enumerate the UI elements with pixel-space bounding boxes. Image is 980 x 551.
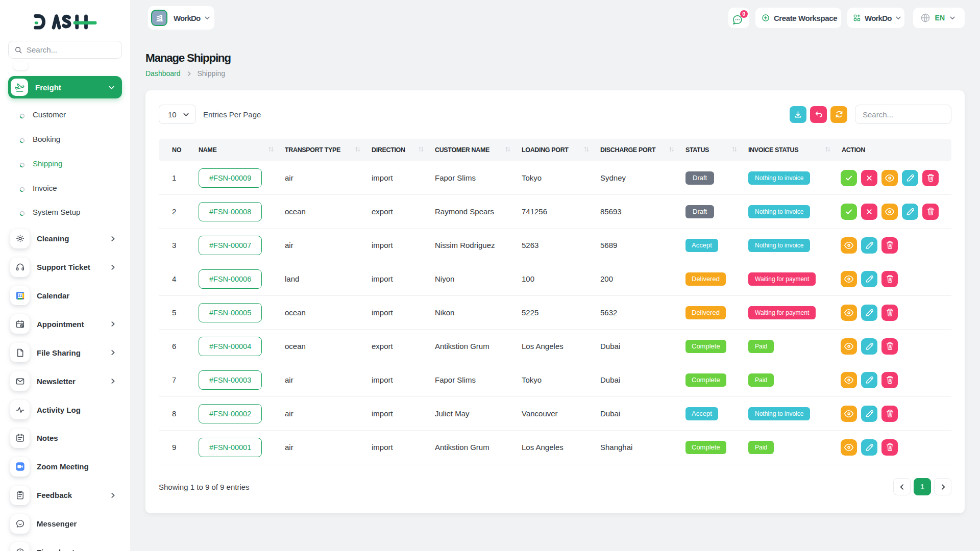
edit-button[interactable] [902, 170, 918, 186]
delete-button[interactable] [881, 406, 898, 422]
sidebar-subitem-invoice[interactable]: Invoice [8, 176, 122, 200]
shipment-name-button[interactable]: #FSN-00005 [199, 303, 262, 322]
shipping-table: NONAMETRANSPORT TYPEDIRECTIONCUSTOMER NA… [159, 139, 951, 464]
cell-direction: import [358, 229, 422, 262]
edit-button[interactable] [902, 204, 918, 220]
edit-button[interactable] [861, 237, 877, 254]
sidebar-item-freight[interactable]: Freight [8, 76, 122, 98]
edit-button[interactable] [861, 372, 877, 388]
workspace-name: WorkDo [174, 14, 200, 22]
sidebar-item-support-ticket[interactable]: Support Ticket [8, 253, 122, 282]
sidebar-item-appointment[interactable]: Appointment [8, 310, 122, 338]
breadcrumb-dashboard-link[interactable]: Dashboard [145, 69, 181, 78]
table-search-input[interactable] [855, 105, 951, 124]
row-actions [841, 338, 951, 355]
approve-button[interactable] [841, 204, 857, 220]
shipment-name-button[interactable]: #FSN-00003 [199, 370, 262, 390]
edit-button[interactable] [861, 271, 877, 287]
sidebar-item-notes[interactable]: Notes [8, 424, 122, 453]
edit-button[interactable] [861, 305, 877, 321]
sort-icon [731, 146, 738, 154]
delete-button[interactable] [922, 204, 939, 220]
sidebar-item-messenger[interactable]: Messenger [8, 510, 122, 538]
view-button[interactable] [841, 338, 857, 355]
view-button[interactable] [841, 372, 857, 388]
shipment-name-button[interactable]: #FSN-00007 [199, 236, 262, 255]
view-button[interactable] [841, 305, 857, 321]
delete-button[interactable] [881, 439, 898, 456]
delete-button[interactable] [881, 237, 898, 254]
sidebar-item-zoom-meeting[interactable]: Zoom Meeting [8, 453, 122, 481]
main-area: WorkDo 0 Create Workspace [130, 0, 980, 513]
column-header-discharge-port[interactable]: DISCHARGE PORT [587, 139, 672, 161]
sidebar-item-label: Notes [37, 434, 58, 442]
view-button[interactable] [841, 439, 857, 456]
column-header-invoice-status[interactable]: INVOICE STATUS [735, 139, 828, 161]
sidebar-item-newsletter[interactable]: Newsletter [8, 367, 122, 395]
reject-button[interactable] [861, 204, 877, 220]
refresh-button[interactable] [830, 106, 847, 123]
workdo-menu-button[interactable]: WorkDo [847, 8, 904, 28]
sidebar-item-file-sharing[interactable]: File Sharing [8, 338, 122, 367]
language-select[interactable]: EN [913, 8, 965, 28]
column-header-loading-port[interactable]: LOADING PORT [508, 139, 587, 161]
sidebar-subitem-shipping[interactable]: Shipping [8, 152, 122, 176]
sidebar-search-input[interactable] [27, 45, 115, 54]
delete-button[interactable] [881, 305, 898, 321]
view-button[interactable] [881, 170, 898, 186]
search-icon [15, 46, 22, 54]
shipment-name-button[interactable]: #FSN-00006 [199, 269, 262, 289]
view-button[interactable] [841, 271, 857, 287]
cell-direction: import [358, 397, 422, 431]
edit-button[interactable] [861, 406, 877, 422]
shipment-name-button[interactable]: #FSN-00001 [199, 438, 262, 457]
workspace-select[interactable]: WorkDo [148, 6, 214, 30]
delete-button[interactable] [881, 271, 898, 287]
column-header-status[interactable]: STATUS [672, 139, 735, 161]
sidebar-item-calendar[interactable]: 31 Calendar [8, 282, 122, 310]
delete-button[interactable] [881, 338, 898, 355]
google-calendar-icon: 31 [10, 286, 30, 305]
sidebar-subitem-system-setup[interactable]: System Setup [8, 200, 122, 224]
delete-button[interactable] [922, 170, 939, 186]
column-header-name[interactable]: NAME [185, 139, 272, 161]
pagination-prev-button[interactable] [893, 478, 911, 495]
sidebar-item-activity-log[interactable]: Activity Log [8, 395, 122, 424]
column-header-transport-type[interactable]: TRANSPORT TYPE [272, 139, 358, 161]
reject-button[interactable] [861, 170, 877, 186]
sidebar-subitem-label: Customer [33, 110, 66, 119]
sidebar-subitem-booking[interactable]: Booking [8, 127, 122, 152]
cell-direction: import [358, 296, 422, 330]
view-button[interactable] [881, 204, 898, 220]
pagination-page-1-button[interactable]: 1 [914, 478, 931, 495]
cell-discharge-port: 85693 [587, 195, 672, 229]
view-button[interactable] [841, 406, 857, 422]
sidebar: Freight Customer Booking Shipping Invoic… [0, 0, 130, 551]
shipment-name-button[interactable]: #FSN-00009 [199, 168, 262, 188]
pagination-next-button[interactable] [934, 478, 951, 495]
shipment-name-button[interactable]: #FSN-00004 [199, 337, 262, 356]
sidebar-item-feedback[interactable]: Feedback [8, 481, 122, 510]
view-button[interactable] [841, 237, 857, 254]
column-header-direction[interactable]: DIRECTION [358, 139, 422, 161]
column-header-customer-name[interactable]: CUSTOMER NAME [422, 139, 508, 161]
sidebar-item-cleaning[interactable]: Cleaning [8, 224, 122, 253]
dash-logo [34, 14, 97, 30]
approve-button[interactable] [841, 170, 857, 186]
cell-discharge-port: 5689 [587, 229, 672, 262]
shipment-name-button[interactable]: #FSN-00008 [199, 202, 262, 221]
status-badge: Complete [685, 340, 726, 353]
delete-button[interactable] [881, 372, 898, 388]
shipment-name-button[interactable]: #FSN-00002 [199, 404, 262, 423]
reset-button[interactable] [810, 106, 827, 123]
entries-per-page-select[interactable]: 10 [159, 105, 196, 124]
sidebar-subitem-customer[interactable]: Customer [8, 103, 122, 127]
sidebar-item-timesheet[interactable]: Timesheet [8, 538, 122, 551]
edit-button[interactable] [861, 439, 877, 456]
export-button[interactable] [790, 106, 806, 123]
messages-button[interactable]: 0 [728, 8, 749, 28]
create-workspace-button[interactable]: Create Workspace [755, 8, 841, 28]
edit-button[interactable] [861, 338, 877, 355]
cell-loading-port: 741256 [508, 195, 587, 229]
table-row: 9 #FSN-00001 air import Antikstion Grum … [159, 431, 951, 464]
